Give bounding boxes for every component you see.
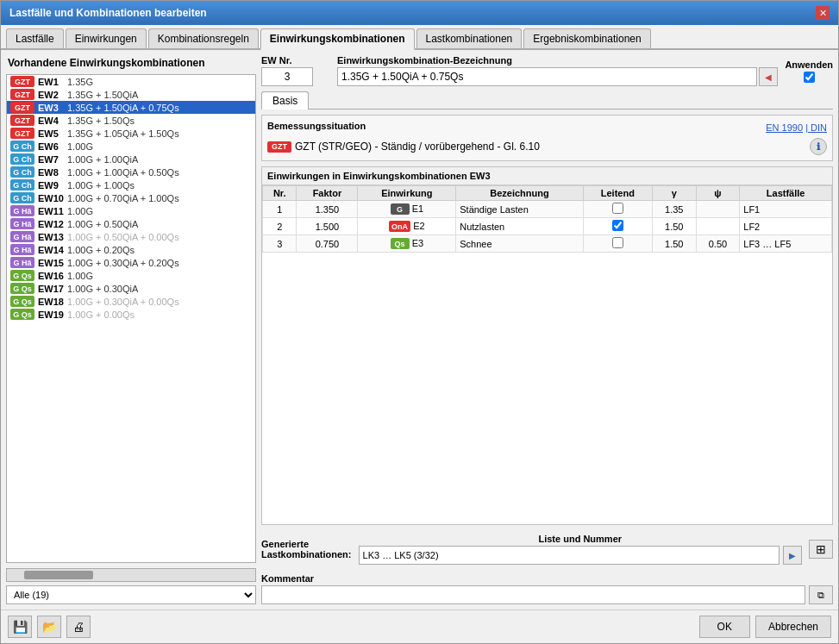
situation-row: GZT GZT (STR/GEO) - Ständig / vorübergeh…	[267, 138, 827, 155]
item-label: 1.00G + 0.30QiA + 0.00Qs	[67, 297, 179, 307]
tab-lastfalle[interactable]: Lastfälle	[6, 28, 64, 48]
list-item[interactable]: G QsEW171.00G + 0.30QiA	[7, 282, 255, 295]
td-leitend	[583, 201, 652, 218]
item-badge: G Ch	[10, 166, 34, 178]
copy-button[interactable]: ⧉	[809, 585, 833, 604]
list-item[interactable]: GZTEW21.35G + 1.50QiA	[7, 88, 255, 101]
list-item[interactable]: G QsEW161.00G	[7, 269, 255, 282]
item-label: 1.35G + 1.05QiA + 1.50Qs	[67, 128, 179, 139]
norm-en[interactable]: EN 1990	[766, 122, 803, 133]
td-bezeichnung: Ständige Lasten	[456, 201, 583, 218]
td-einwirkung: Qs E3	[358, 235, 456, 253]
table-row: 11.350G E1Ständige Lasten1.35LF1	[263, 201, 832, 218]
item-badge: G Qs	[10, 270, 34, 281]
item-code: EW5	[38, 128, 64, 139]
item-label: 1.00G + 0.20Qs	[67, 245, 135, 255]
item-code: EW11	[38, 206, 64, 216]
close-button[interactable]: ✕	[816, 6, 830, 20]
col-einwirkung: Einwirkung	[358, 186, 456, 201]
item-code: EW4	[38, 116, 64, 126]
item-label: 1.00G + 0.30QiA + 0.20Qs	[67, 258, 179, 268]
abbrechen-button[interactable]: Abbrechen	[755, 616, 831, 638]
print-icon-button[interactable]: 🖨	[66, 616, 91, 638]
item-badge: GZT	[10, 102, 34, 113]
tab-ergebniskombinationen[interactable]: Ergebniskombinationen	[523, 28, 650, 48]
kommentar-input[interactable]	[261, 585, 805, 604]
open-icon-button[interactable]: 📂	[37, 616, 61, 638]
td-faktor: 0.750	[297, 235, 358, 253]
td-gamma: 1.50	[652, 218, 696, 235]
table-row: 30.750Qs E3Schnee1.500.50LF3 … LF5	[263, 235, 832, 253]
norm-din[interactable]: DIN	[811, 122, 827, 133]
einwirkungen-title: Einwirkungen in Einwirkungskombinationen…	[262, 167, 832, 185]
generated-row: Generierte Lastkombinationen: Liste und …	[261, 530, 833, 568]
liste-nummer-label: Liste und Nummer	[359, 534, 802, 544]
list-item[interactable]: G QsEW181.00G + 0.30QiA + 0.00Qs	[7, 295, 255, 308]
leitend-checkbox[interactable]	[612, 203, 623, 214]
info-button[interactable]: ℹ	[810, 138, 827, 155]
go-button[interactable]: ▶	[783, 546, 802, 565]
bottom-area: Generierte Lastkombinationen: Liste und …	[261, 530, 833, 604]
list-item[interactable]: GZTEW31.35G + 1.50QiA + 0.75Qs	[7, 101, 255, 114]
col-psi: ψ	[696, 186, 740, 201]
item-label: 1.35G	[67, 77, 93, 87]
einwirkungen-table: Nr. Faktor Einwirkung Bezeichnung Leiten…	[262, 185, 832, 253]
list-item[interactable]: GZTEW51.35G + 1.05QiA + 1.50Qs	[7, 127, 255, 140]
list-item[interactable]: G HäEW151.00G + 0.30QiA + 0.20Qs	[7, 256, 255, 269]
list-item[interactable]: G HäEW141.00G + 0.20Qs	[7, 243, 255, 256]
bezeichnung-label: Einwirkungskombination-Bezeichnung	[337, 55, 778, 66]
leitend-checkbox[interactable]	[612, 237, 623, 248]
item-label: 1.00G + 1.00QiA + 0.50Qs	[67, 167, 179, 178]
save-icon-button[interactable]: 💾	[8, 616, 32, 638]
ew-nr-box: EW Nr.	[261, 55, 330, 86]
kommentar-label: Kommentar	[261, 573, 833, 584]
list-item[interactable]: G ChEW91.00G + 1.00Qs	[7, 178, 255, 191]
list-item[interactable]: G HäEW121.00G + 0.50QiA	[7, 217, 255, 230]
list-item[interactable]: G ChEW101.00G + 0.70QiA + 1.00Qs	[7, 191, 255, 204]
filter-row: Alle (19) Aktive Inaktive	[6, 585, 256, 604]
item-label: 1.00G + 0.30QiA	[67, 284, 138, 294]
list-item[interactable]: G HäEW111.00G	[7, 204, 255, 217]
list-item[interactable]: GZTEW41.35G + 1.50Qs	[7, 114, 255, 127]
ew-nr-label: EW Nr.	[261, 55, 330, 66]
list-item[interactable]: GZTEW11.35G	[7, 75, 255, 88]
ew-nr-input[interactable]	[261, 67, 313, 86]
anwenden-checkbox[interactable]	[804, 72, 815, 83]
horizontal-scrollbar[interactable]	[6, 568, 256, 582]
item-label: 1.00G	[67, 271, 93, 281]
table-button[interactable]: ⊞	[809, 540, 833, 559]
item-badge: G Hä	[10, 244, 34, 255]
col-faktor: Faktor	[297, 186, 358, 201]
anwenden-label: Anwenden	[785, 59, 833, 70]
td-psi	[696, 218, 740, 235]
item-code: EW14	[38, 245, 64, 255]
arrow-button[interactable]: ◀	[759, 67, 778, 86]
bemessung-title: Bemessungssituation	[267, 121, 366, 131]
list-item[interactable]: G QsEW191.00G + 0.00Qs	[7, 308, 255, 321]
tab-lastkombinationen[interactable]: Lastkombinationen	[416, 28, 523, 48]
list-item[interactable]: G ChEW71.00G + 1.00QiA	[7, 153, 255, 166]
einwirkungen-section: Einwirkungen in Einwirkungskombinationen…	[261, 166, 833, 525]
item-badge: G Qs	[10, 283, 34, 294]
td-einwirkung: OnA E2	[358, 218, 456, 235]
basis-tab[interactable]: Basis	[261, 91, 309, 109]
td-psi	[696, 201, 740, 218]
generated-input[interactable]	[359, 546, 780, 565]
item-badge: G Hä	[10, 218, 34, 229]
item-code: EW19	[38, 309, 64, 320]
item-code: EW18	[38, 297, 64, 307]
tab-einwirkungskombinationen[interactable]: Einwirkungskombinationen	[260, 28, 415, 50]
list-item[interactable]: G HäEW131.00G + 0.50QiA + 0.00Qs	[7, 230, 255, 243]
tab-einwirkungen[interactable]: Einwirkungen	[66, 28, 147, 48]
list-item[interactable]: G ChEW61.00G	[7, 140, 255, 153]
td-lastfaelle: LF1	[740, 201, 832, 218]
tab-kombinationsregeln[interactable]: Kombinationsregeln	[148, 28, 259, 48]
filter-dropdown[interactable]: Alle (19) Aktive Inaktive	[6, 585, 256, 604]
generated-label: Generierte Lastkombinationen:	[261, 539, 352, 560]
scrollbar-thumb	[24, 571, 93, 579]
list-item[interactable]: G ChEW81.00G + 1.00QiA + 0.50Qs	[7, 166, 255, 178]
ok-button[interactable]: OK	[699, 616, 750, 638]
bezeichnung-input[interactable]	[337, 67, 757, 86]
col-nr: Nr.	[263, 186, 297, 201]
leitend-checkbox[interactable]	[612, 220, 623, 231]
